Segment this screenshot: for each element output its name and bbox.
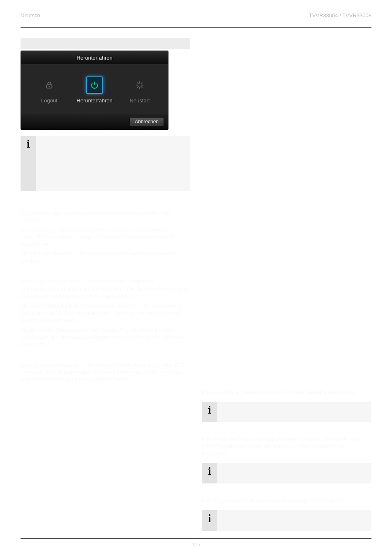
note2-text: Weitere Infos finden Sie im Abschnitt „W… xyxy=(221,412,335,418)
sub-hilfe: Hilfe xyxy=(202,489,371,495)
svg-line-6 xyxy=(137,83,138,84)
option-shutdown-label: Herunterfahren xyxy=(74,98,115,104)
svg-line-8 xyxy=(137,86,138,88)
allgemein-p2: Mit einem Doppelklick der linken Maustas… xyxy=(21,302,190,324)
note1-list: Logout schaltet das Bedienmenü ab. Dazu … xyxy=(40,147,186,183)
header-left: Deutsch xyxy=(21,12,40,18)
header-rule xyxy=(21,27,371,28)
restart-icon xyxy=(131,76,148,94)
option-logout-label: Logout xyxy=(29,98,70,104)
shutdown-dialog: Herunterfahren Logout xyxy=(21,51,168,130)
list-item: Logout schaltet das Bedienmenü ab. Dazu … xyxy=(48,147,186,161)
info-icon: i xyxy=(27,138,30,150)
info-icon: i xyxy=(208,513,211,524)
hilfe-p: Dies zeigt nützliche Hinweise zur Benutz… xyxy=(202,497,371,504)
info-note-3: i Hinweis Weitere Infos finden Sie im Ab… xyxy=(202,463,371,483)
live-intro-2: Die Liveanzeige bietet die Möglichkeit L… xyxy=(21,226,190,248)
info-p: Dies zeigt alle Einstellungen (Aufnahme-… xyxy=(202,436,371,458)
header-right: TVVR33004 / TVVR33008 xyxy=(309,12,371,18)
info-icon: i xyxy=(208,404,211,416)
sub-ressourcen: Ressourcen xyxy=(202,381,371,387)
note3-title: Hinweis xyxy=(221,467,242,473)
option-logout[interactable]: Logout xyxy=(29,76,70,104)
list-item: Neustart fährt das Gerät herunter und st… xyxy=(48,176,186,183)
note1-title: Hinweis xyxy=(40,138,60,144)
section-live-anzeige: Live-Anzeige xyxy=(21,200,190,207)
option-shutdown[interactable]: Herunterfahren xyxy=(74,76,115,104)
cancel-button[interactable]: Abbrechen xyxy=(129,117,164,126)
sub-allgemein: Allgemein xyxy=(21,270,190,276)
live-intro-1: Die Live-Anzeige startet automatisch nac… xyxy=(21,209,190,224)
ressourcen-p: Dies zeigt die einzelnen Kameras und der… xyxy=(202,388,371,396)
option-restart[interactable]: Neustart xyxy=(119,76,160,104)
allgemein-p3: Mittels rechter Maustaste können Sie das… xyxy=(21,326,190,348)
figure-caption: Übersicht Herunterfahren xyxy=(21,38,190,49)
list-item: Herunterfahren schaltet das Gerät aus. xyxy=(48,165,186,172)
sub-live-tab: Live Anzeige xyxy=(21,354,190,360)
allgemein-p1: In der Live-Anzeige sehen Sie zunächst d… xyxy=(21,278,190,300)
svg-line-9 xyxy=(141,83,142,84)
note4-title: Hinweis xyxy=(221,514,242,520)
note4-text: Weitere Infos finden Sie im Abschnitt „W… xyxy=(221,520,335,527)
dialog-title: Herunterfahren xyxy=(21,51,168,64)
option-restart-label: Neustart xyxy=(119,98,160,104)
svg-line-7 xyxy=(141,86,142,88)
info-note-4: i Hinweis Weitere Infos finden Sie im Ab… xyxy=(202,510,371,531)
note3-text: Weitere Infos finden Sie im Abschnitt „W… xyxy=(221,473,335,479)
svg-rect-1 xyxy=(49,86,50,87)
power-icon xyxy=(86,76,103,94)
info-note-1: i Hinweis Logout schaltet das Bedienmenü… xyxy=(21,136,190,191)
tabs-intro: Mit Klick auf einen der TABs kann in das… xyxy=(21,250,190,264)
sub-informationen: Informationen xyxy=(202,428,371,434)
live-tab-p: Dies ist die „Live-Anzeige“. Hier können… xyxy=(21,361,190,383)
page-number: 115 xyxy=(21,542,371,548)
lock-icon xyxy=(41,76,58,94)
footer-rule xyxy=(21,538,371,539)
info-note-2: i Hinweis Weitere Infos finden Sie im Ab… xyxy=(202,402,371,422)
note2-title: Hinweis xyxy=(221,406,242,412)
info-icon: i xyxy=(208,465,211,477)
